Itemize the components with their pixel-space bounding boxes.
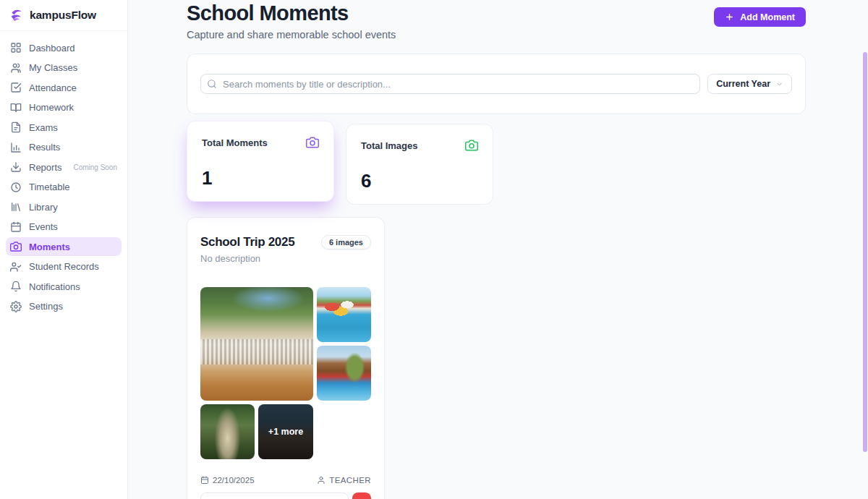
camera-icon: [306, 136, 319, 149]
stat-card-total-images: Total Images 6: [346, 124, 493, 205]
sidebar-item-label: Student Records: [29, 261, 99, 272]
year-filter-value: Current Year: [716, 79, 770, 89]
calendar-icon: [200, 476, 209, 485]
sidebar-item-label: Attendance: [29, 82, 77, 93]
sidebar-nav: Dashboard My Classes Attendance Homework…: [0, 31, 127, 316]
sidebar: kampusFlow Dashboard My Classes Attendan…: [0, 0, 128, 499]
moment-photo-4[interactable]: [200, 404, 255, 459]
person-icon: [317, 476, 326, 485]
sidebar-item-student-records[interactable]: Student Records: [6, 257, 122, 276]
add-moment-button[interactable]: Add Moment: [714, 7, 806, 27]
sidebar-item-reports[interactable]: Reports Coming Soon: [6, 158, 122, 176]
search-icon: [207, 79, 217, 89]
moment-photo-1[interactable]: [200, 287, 313, 401]
brand-name: kampusFlow: [30, 9, 96, 22]
download-icon: [10, 161, 22, 173]
moment-card: School Trip 2025 6 images No description…: [187, 217, 385, 499]
chevron-down-icon: [775, 80, 783, 88]
stat-value: 6: [361, 170, 478, 192]
camera-icon: [10, 241, 22, 252]
plus-icon: [725, 12, 734, 22]
page-title: School Moments: [187, 1, 396, 25]
sidebar-item-label: My Classes: [29, 62, 77, 73]
users-icon: [10, 62, 22, 74]
bar-chart-icon: [10, 142, 22, 153]
sidebar-item-timetable[interactable]: Timetable: [6, 178, 122, 197]
sidebar-item-moments[interactable]: Moments: [6, 237, 122, 256]
sidebar-item-library[interactable]: Library: [6, 197, 122, 216]
images-count-badge: 6 images: [321, 235, 371, 250]
delete-moment-button[interactable]: [352, 492, 371, 499]
stat-value: 1: [202, 167, 319, 189]
brand-logo-icon: [9, 8, 24, 22]
sidebar-item-attendance[interactable]: Attendance: [6, 78, 122, 97]
stats-row: Total Moments 1 Total Images 6: [187, 124, 806, 205]
brand: kampusFlow: [0, 0, 127, 31]
sidebar-item-results[interactable]: Results: [6, 138, 122, 157]
library-icon: [10, 201, 22, 213]
sidebar-item-my-classes[interactable]: My Classes: [6, 59, 122, 77]
moment-date: 22/10/2025: [200, 476, 255, 485]
camera-icon: [465, 139, 478, 152]
moment-title: School Trip 2025: [200, 235, 294, 250]
moment-description: No description: [200, 253, 371, 264]
check-square-icon: [10, 82, 22, 93]
moment-author: TEACHER: [317, 476, 371, 485]
book-open-icon: [10, 102, 22, 114]
year-filter-dropdown[interactable]: Current Year: [707, 74, 792, 94]
main-content: School Moments Capture and share memorab…: [128, 0, 868, 499]
calendar-icon: [10, 221, 22, 233]
sidebar-item-label: Timetable: [29, 182, 70, 192]
moment-photo-more[interactable]: +1 more: [258, 404, 312, 459]
page-header: School Moments Capture and share memorab…: [187, 1, 806, 40]
sidebar-item-label: Moments: [29, 242, 70, 252]
sidebar-item-label: Homework: [29, 102, 74, 113]
view-all-button[interactable]: View All: [200, 492, 349, 499]
sidebar-item-events[interactable]: Events: [6, 218, 122, 236]
moment-date-value: 22/10/2025: [213, 476, 255, 485]
sidebar-item-dashboard[interactable]: Dashboard: [6, 38, 122, 57]
sidebar-item-exams[interactable]: Exams: [6, 118, 122, 137]
moment-photo-grid: +1 more: [200, 287, 371, 459]
sidebar-item-notifications[interactable]: Notifications: [6, 277, 122, 296]
search-filter-card: Current Year: [187, 54, 806, 114]
bell-icon: [10, 281, 22, 292]
moment-author-value: TEACHER: [329, 476, 371, 485]
sidebar-item-homework[interactable]: Homework: [6, 98, 122, 117]
stat-label: Total Moments: [202, 137, 268, 148]
moment-photo-2[interactable]: [317, 287, 371, 342]
sidebar-item-label: Results: [29, 142, 60, 153]
scrollbar[interactable]: [863, 52, 867, 452]
sidebar-item-label: Notifications: [29, 281, 80, 292]
sidebar-item-label: Dashboard: [29, 43, 75, 54]
coming-soon-badge: Coming Soon: [73, 163, 117, 171]
sidebar-item-settings[interactable]: Settings: [6, 297, 122, 316]
search-field-wrap: [200, 74, 700, 94]
gear-icon: [10, 301, 22, 312]
page-subtitle: Capture and share memorable school event…: [187, 29, 396, 40]
sidebar-item-label: Events: [29, 221, 58, 232]
add-moment-label: Add Moment: [740, 12, 795, 22]
moment-photo-3[interactable]: [317, 346, 371, 401]
more-photos-label: +1 more: [268, 427, 303, 437]
sidebar-item-label: Reports: [29, 162, 62, 173]
sidebar-item-label: Library: [29, 202, 58, 213]
clock-icon: [10, 182, 22, 193]
sidebar-item-label: Exams: [29, 122, 58, 133]
file-text-icon: [10, 121, 22, 133]
stat-card-total-moments: Total Moments 1: [187, 121, 334, 202]
dashboard-icon: [10, 42, 22, 54]
stat-label: Total Images: [361, 140, 418, 151]
search-input[interactable]: [200, 74, 700, 94]
sidebar-item-label: Settings: [29, 301, 63, 312]
user-check-icon: [10, 261, 22, 273]
